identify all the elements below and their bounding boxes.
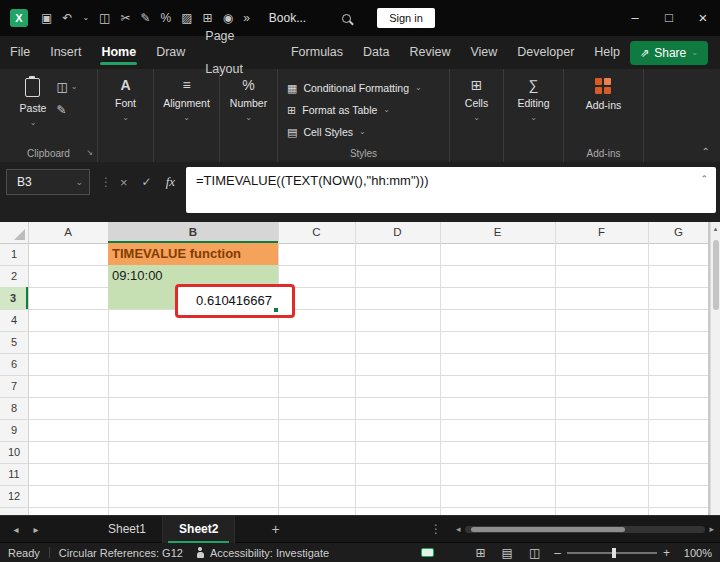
chevron-down-icon: [530, 114, 537, 122]
format-painter-icon[interactable]: ✎: [141, 0, 151, 36]
row-header[interactable]: 2: [0, 265, 28, 287]
row-header[interactable]: 10: [0, 441, 28, 463]
tab-file[interactable]: File: [0, 36, 40, 69]
scroll-left-icon[interactable]: [456, 525, 461, 534]
paste-button[interactable]: Paste: [20, 78, 47, 127]
column-header-g[interactable]: G: [648, 222, 709, 243]
vertical-scrollbar-thumb[interactable]: [713, 240, 719, 310]
page-break-view-button[interactable]: [529, 543, 540, 562]
column-header-a[interactable]: A: [28, 222, 108, 243]
number-group-button[interactable]: Number: [230, 78, 267, 122]
tab-insert[interactable]: Insert: [40, 36, 91, 69]
horizontal-scrollbar[interactable]: [456, 525, 714, 534]
cancel-entry-icon[interactable]: [120, 175, 128, 190]
row-header[interactable]: 12: [0, 485, 28, 507]
minimize-button[interactable]: [618, 0, 652, 37]
formula-input[interactable]: =TIMEVALUE((TEXT(NOW(),"hh:mm"))): [186, 167, 716, 213]
row-header[interactable]: 8: [0, 397, 28, 419]
sign-in-button[interactable]: Sign in: [377, 8, 435, 28]
share-button[interactable]: Share: [630, 41, 708, 65]
row-header[interactable]: 7: [0, 375, 28, 397]
tab-sheet1[interactable]: Sheet1: [92, 516, 163, 543]
column-header-c[interactable]: C: [278, 222, 355, 243]
previous-sheet-icon[interactable]: [6, 516, 26, 543]
column-header-e[interactable]: E: [440, 222, 555, 243]
select-all-button[interactable]: [0, 222, 28, 243]
row-header-3[interactable]: 3: [0, 287, 28, 309]
tab-draw[interactable]: Draw: [146, 36, 195, 69]
name-box[interactable]: B3: [6, 169, 90, 195]
fill-color-icon[interactable]: ▨: [181, 0, 192, 36]
column-header-b[interactable]: B: [108, 222, 278, 243]
tab-sheet2[interactable]: Sheet2: [163, 516, 235, 543]
circular-references-warning[interactable]: Circular References: G12: [59, 547, 183, 559]
collapse-ribbon-button[interactable]: [702, 146, 710, 157]
format-as-table-button[interactable]: Format as Table: [278, 100, 449, 120]
undo-icon[interactable]: ↶: [62, 0, 72, 36]
addins-button[interactable]: Add-ins: [586, 78, 622, 111]
formula-bar: B3 fx =TIMEVALUE((TEXT(NOW(),"hh:mm"))): [0, 162, 720, 222]
tab-view[interactable]: View: [460, 36, 507, 69]
collapse-formula-bar-icon[interactable]: [700, 174, 708, 184]
row-header[interactable]: 6: [0, 353, 28, 375]
row-header[interactable]: 9: [0, 419, 28, 441]
format-painter-button[interactable]: [56, 103, 77, 117]
display-settings-icon[interactable]: [421, 548, 434, 557]
accessibility-status[interactable]: Accessibility: Investigate: [210, 547, 329, 559]
row-header[interactable]: 11: [0, 463, 28, 485]
formula-bar-resizer[interactable]: [100, 169, 112, 195]
save-icon[interactable]: ▣: [41, 0, 52, 36]
selection-fill-handle[interactable]: [273, 307, 279, 313]
zoom-slider-thumb[interactable]: [612, 548, 616, 558]
search-icon[interactable]: [342, 14, 351, 23]
tab-bar-divider-icon[interactable]: [430, 516, 442, 543]
cells-group-button[interactable]: Cells: [465, 78, 488, 122]
column-header-f[interactable]: F: [555, 222, 648, 243]
new-sheet-button[interactable]: +: [271, 516, 279, 543]
close-button[interactable]: [686, 0, 720, 37]
column-header-d[interactable]: D: [355, 222, 440, 243]
zoom-out-button[interactable]: [554, 546, 561, 560]
tab-home[interactable]: Home: [91, 36, 146, 69]
row-header[interactable]: 1: [0, 243, 28, 265]
font-group-button[interactable]: Font: [115, 78, 136, 122]
alignment-group-button[interactable]: Alignment: [163, 78, 210, 122]
maximize-button[interactable]: [652, 0, 686, 37]
excel-window: X ▣ ↶ ⌄ ◫ ✂ ✎ % ▨ ⊞ ◉ » Book... Sign in …: [0, 0, 720, 562]
editing-group-button[interactable]: Editing: [517, 78, 549, 122]
tab-formulas[interactable]: Formulas: [281, 36, 353, 69]
undo-menu-icon[interactable]: ⌄: [82, 0, 89, 36]
tab-data[interactable]: Data: [353, 36, 399, 69]
vertical-scrollbar[interactable]: [710, 222, 720, 515]
row-header[interactable]: 4: [0, 309, 28, 331]
conditional-formatting-button[interactable]: Conditional Formatting: [278, 78, 449, 98]
tab-help[interactable]: Help: [584, 36, 630, 69]
number-group-label: Number: [230, 97, 267, 109]
copy-icon[interactable]: ◫: [99, 0, 110, 36]
horizontal-scrollbar-thumb[interactable]: [471, 527, 625, 532]
insert-function-icon[interactable]: fx: [166, 174, 175, 190]
row-header[interactable]: 5: [0, 331, 28, 353]
horizontal-scrollbar-track[interactable]: [465, 526, 706, 533]
zoom-in-button[interactable]: [663, 546, 670, 560]
page-layout-view-button[interactable]: [502, 543, 513, 562]
zoom-level[interactable]: 100%: [676, 547, 712, 559]
copy-button[interactable]: [56, 80, 77, 94]
enter-entry-icon[interactable]: [142, 175, 152, 189]
percent-style-icon[interactable]: %: [161, 0, 172, 36]
scroll-up-icon[interactable]: [711, 222, 720, 236]
grid-area[interactable]: A B C D E F G 1 2 3 4 5 6 7 8 9 10 11 12…: [0, 222, 710, 515]
normal-view-button[interactable]: [476, 543, 486, 562]
cut-icon[interactable]: ✂: [120, 0, 130, 36]
clipboard-dialog-launcher-icon[interactable]: [86, 141, 93, 159]
next-sheet-icon[interactable]: [26, 516, 46, 543]
format-painter-icon: [56, 103, 66, 117]
status-mode: Ready: [8, 547, 40, 559]
tab-developer[interactable]: Developer: [507, 36, 584, 69]
scroll-right-icon[interactable]: [709, 525, 714, 534]
zoom-slider[interactable]: [567, 552, 657, 554]
cell-b3[interactable]: [108, 287, 176, 309]
cell-styles-button[interactable]: Cell Styles: [278, 122, 449, 142]
tab-review[interactable]: Review: [399, 36, 460, 69]
cell-b1[interactable]: TIMEVALUE function: [108, 243, 278, 265]
